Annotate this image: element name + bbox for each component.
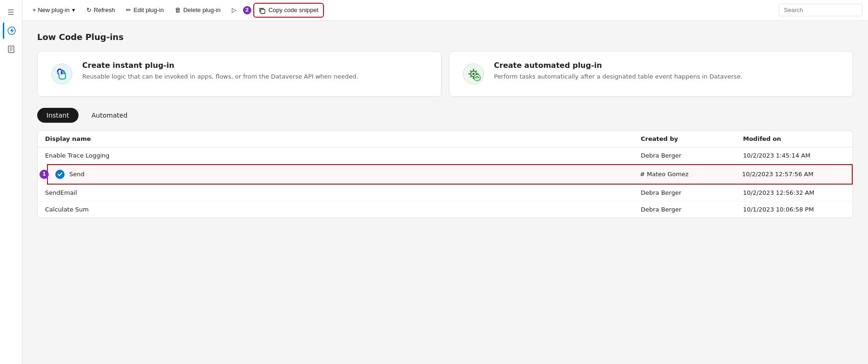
svg-point-10 <box>473 73 475 75</box>
svg-point-7 <box>57 72 59 74</box>
delete-plugin-label: Delete plug-in <box>183 7 220 13</box>
row-display-name: SendEmail <box>45 189 641 196</box>
new-plugin-label: + New plug-in <box>33 7 70 13</box>
hamburger-icon[interactable]: ☰ <box>3 4 20 20</box>
copy-snippet-badge: 2 <box>243 6 251 14</box>
edit-plugin-label: Edit plug-in <box>133 7 164 13</box>
main-area: + New plug-in ▾ ↻ Refresh ✏ Edit plug-in… <box>22 0 868 364</box>
col-created-by: Created by <box>641 135 743 142</box>
chevron-down-icon: ▾ <box>72 7 75 13</box>
refresh-label: Refresh <box>94 7 115 13</box>
table-row[interactable]: 1 Send # Mateo Gomez 10/2/2023 12:57:56 … <box>47 164 853 185</box>
edit-icon: ✏ <box>126 7 131 13</box>
tab-automated[interactable]: Automated <box>82 108 137 123</box>
copy-snippet-label: Copy code snippet <box>269 7 319 13</box>
cards-row: Create instant plug-in Reusable logic th… <box>37 51 853 97</box>
refresh-button[interactable]: ↻ Refresh <box>82 4 120 16</box>
row-modified-on: 10/2/2023 1:45:14 AM <box>743 152 845 159</box>
delete-plugin-button[interactable]: 🗑 Delete plug-in <box>170 4 225 16</box>
row-modified-on: 10/1/2023 10:06:58 PM <box>743 206 845 213</box>
refresh-icon: ↻ <box>86 7 92 13</box>
svg-rect-5 <box>261 9 265 13</box>
row-display-name: Send <box>55 170 640 179</box>
toolbar: + New plug-in ▾ ↻ Refresh ✏ Edit plug-in… <box>22 0 868 21</box>
edit-plugin-button[interactable]: ✏ Edit plug-in <box>121 4 168 16</box>
instant-card-text: Create instant plug-in Reusable logic th… <box>82 61 358 81</box>
automated-card-title: Create automated plug-in <box>494 61 743 70</box>
run-button[interactable]: ▷ <box>227 4 241 16</box>
svg-point-13 <box>478 77 479 78</box>
instant-card-icon <box>49 61 75 87</box>
row-created-by: # Mateo Gomez <box>640 171 742 178</box>
table-header: Display name Created by Modifed on <box>38 131 853 147</box>
col-modified-on: Modifed on <box>743 135 845 142</box>
automated-card-description: Perform tasks automatically after a desi… <box>494 73 743 81</box>
row-display-name: Enable Trace Logging <box>45 152 641 159</box>
automated-card[interactable]: Create automated plug-in Perform tasks a… <box>449 51 853 97</box>
tabs-row: Instant Automated <box>37 108 853 123</box>
new-plugin-button[interactable]: + New plug-in ▾ <box>28 4 80 16</box>
tab-instant[interactable]: Instant <box>37 108 79 123</box>
row-created-by: Debra Berger <box>641 206 743 213</box>
copy-icon <box>259 7 266 14</box>
instant-card-title: Create instant plug-in <box>82 61 358 70</box>
automated-card-icon <box>460 61 487 87</box>
instant-card[interactable]: Create instant plug-in Reusable logic th… <box>37 51 441 97</box>
table-row[interactable]: SendEmail Debra Berger 10/2/2023 12:56:3… <box>38 185 853 201</box>
col-display-name: Display name <box>45 135 641 142</box>
row-display-name: Calculate Sum <box>45 206 641 213</box>
row-modified-on: 10/2/2023 12:57:56 AM <box>742 171 844 178</box>
search-input[interactable] <box>779 4 862 16</box>
lightning-icon[interactable] <box>3 22 20 39</box>
table-row[interactable]: Enable Trace Logging Debra Berger 10/2/2… <box>38 147 853 164</box>
svg-point-12 <box>475 77 476 78</box>
table-row[interactable]: Calculate Sum Debra Berger 10/1/2023 10:… <box>38 201 853 218</box>
row-modified-on: 10/2/2023 12:56:32 AM <box>743 189 845 196</box>
check-icon <box>55 170 65 179</box>
sidebar: ☰ <box>0 0 22 364</box>
plugins-table: Display name Created by Modifed on Enabl… <box>37 130 853 218</box>
instant-card-description: Reusable logic that can be invoked in ap… <box>82 73 358 81</box>
page-title: Low Code Plug-ins <box>37 32 853 42</box>
row-created-by: Debra Berger <box>641 152 743 159</box>
content-area: Low Code Plug-ins Create <box>22 21 868 364</box>
book-icon[interactable] <box>3 41 20 58</box>
copy-code-snippet-button[interactable]: Copy code snippet <box>253 3 324 18</box>
row-number-badge-1: 1 <box>39 170 49 179</box>
delete-icon: 🗑 <box>175 7 181 13</box>
run-icon: ▷ <box>232 7 237 13</box>
automated-card-text: Create automated plug-in Perform tasks a… <box>494 61 743 81</box>
svg-point-11 <box>474 74 480 81</box>
row-created-by: Debra Berger <box>641 189 743 196</box>
